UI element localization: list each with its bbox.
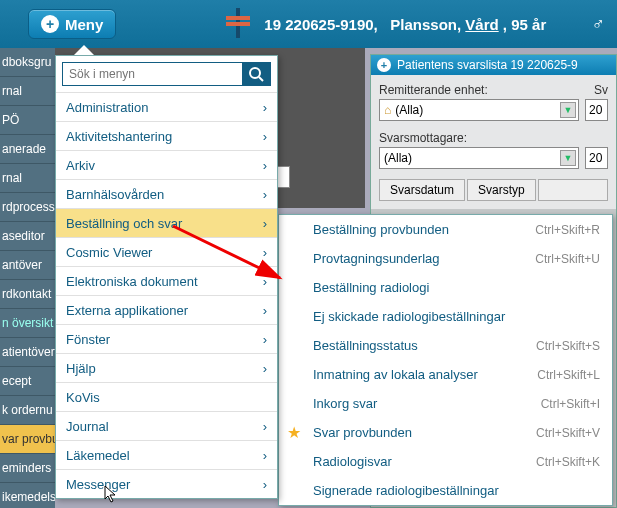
- search-button[interactable]: [242, 63, 270, 85]
- chevron-down-icon: ▼: [560, 150, 576, 166]
- chevron-right-icon: ›: [263, 448, 267, 463]
- submenu-item[interactable]: RadiologisvarCtrl+Skift+K: [279, 447, 612, 476]
- submenu-item-label: Inkorg svar: [313, 396, 377, 411]
- submenu-item[interactable]: Inmatning av lokala analyserCtrl+Skift+L: [279, 360, 612, 389]
- svg-point-3: [250, 68, 260, 78]
- leftnav-item[interactable]: rdkontakt: [0, 280, 55, 309]
- menu-item[interactable]: Läkemedel›: [56, 440, 277, 469]
- menu-search-input[interactable]: [63, 63, 242, 85]
- menu-item-label: Barnhälsovården: [66, 187, 164, 202]
- menu-item-label: Cosmic Viewer: [66, 245, 152, 260]
- leftnav-item[interactable]: aseditor: [0, 222, 55, 251]
- submenu-item-shortcut: Ctrl+Skift+V: [536, 426, 600, 440]
- leftnav-item[interactable]: k ordernu: [0, 396, 55, 425]
- leftnav-item[interactable]: anerade: [0, 135, 55, 164]
- menu-item[interactable]: KoVis: [56, 382, 277, 411]
- chevron-right-icon: ›: [263, 419, 267, 434]
- menu-item-label: Elektroniska dokument: [66, 274, 198, 289]
- submenu-item-label: Beställning radiologi: [313, 280, 429, 295]
- right-panel-body: Remitterande enhet: Sv ⌂ (Alla) ▼ 20 Sva…: [371, 75, 616, 209]
- menu-search[interactable]: [62, 62, 271, 86]
- chevron-right-icon: ›: [263, 216, 267, 231]
- patient-id: 19 220625-9190,: [264, 16, 377, 33]
- submenu-item-label: Svar provbunden: [313, 425, 412, 440]
- menu-item-label: Läkemedel: [66, 448, 130, 463]
- chevron-right-icon: ›: [263, 187, 267, 202]
- menu-item-label: Hjälp: [66, 361, 96, 376]
- menu-item[interactable]: Elektroniska dokument›: [56, 266, 277, 295]
- leftnav-item[interactable]: ecept: [0, 367, 55, 396]
- emblem-icon: [226, 8, 250, 41]
- chevron-right-icon: ›: [263, 361, 267, 376]
- submenu-item-shortcut: Ctrl+Skift+L: [537, 368, 600, 382]
- leftnav-item[interactable]: ikemedels: [0, 483, 55, 508]
- menu-item[interactable]: Fönster›: [56, 324, 277, 353]
- chevron-right-icon: ›: [263, 303, 267, 318]
- menu-item[interactable]: Externa applikationer›: [56, 295, 277, 324]
- menu-item[interactable]: Barnhälsovården›: [56, 179, 277, 208]
- leftnav-item[interactable]: rnal: [0, 77, 55, 106]
- chevron-right-icon: ›: [263, 129, 267, 144]
- menu-item[interactable]: Messenger›: [56, 469, 277, 498]
- submenu-item-label: Beställning provbunden: [313, 222, 449, 237]
- leftnav-item[interactable]: atientövers: [0, 338, 55, 367]
- tab-svarsdatum[interactable]: Svarsdatum: [379, 179, 465, 201]
- submenu-item-shortcut: Ctrl+Skift+K: [536, 455, 600, 469]
- chevron-right-icon: ›: [263, 158, 267, 173]
- remitting-unit-select[interactable]: ⌂ (Alla) ▼: [379, 99, 579, 121]
- recipient-select[interactable]: (Alla) ▼: [379, 147, 579, 169]
- tab-blank[interactable]: [538, 179, 608, 201]
- svg-rect-1: [226, 16, 250, 20]
- menu-item-label: Externa applikationer: [66, 303, 188, 318]
- menu-item-label: Arkiv: [66, 158, 95, 173]
- menu-item[interactable]: Journal›: [56, 411, 277, 440]
- submenu-item-label: Beställningsstatus: [313, 338, 418, 353]
- menu-item[interactable]: Beställning och svar›: [56, 208, 277, 237]
- house-icon: ⌂: [384, 103, 391, 117]
- menu-item[interactable]: Aktivitetshantering›: [56, 121, 277, 150]
- top-bar: + Meny 19 220625-9190, Plansson, Vård , …: [0, 0, 617, 48]
- leftnav-item[interactable]: rnal: [0, 164, 55, 193]
- year-input-1[interactable]: 20: [585, 99, 608, 121]
- chevron-down-icon: ▼: [560, 102, 576, 118]
- menu-item-label: Fönster: [66, 332, 110, 347]
- main-menu: Administration›Aktivitetshantering›Arkiv…: [55, 55, 278, 499]
- leftnav-item[interactable]: antöver: [0, 251, 55, 280]
- search-icon: [248, 66, 264, 82]
- leftnav-item[interactable]: var provbu: [0, 425, 55, 454]
- leftnav-item[interactable]: PÖ: [0, 106, 55, 135]
- menu-item[interactable]: Arkiv›: [56, 150, 277, 179]
- submenu-item[interactable]: Ej skickade radiologibeställningar: [279, 302, 612, 331]
- submenu-item-shortcut: Ctrl+Skift+S: [536, 339, 600, 353]
- submenu-item[interactable]: Beställning provbundenCtrl+Skift+R: [279, 215, 612, 244]
- patient-name: Plansson,: [390, 16, 461, 33]
- leftnav-item[interactable]: dboksgru: [0, 48, 55, 77]
- leftnav-item[interactable]: rdprocess: [0, 193, 55, 222]
- plus-icon: +: [377, 58, 391, 72]
- submenu-item[interactable]: ProvtagningsunderlagCtrl+Skift+U: [279, 244, 612, 273]
- left-nav: dboksgrurnalPÖaneradernalrdprocessasedit…: [0, 48, 55, 508]
- menu-item-label: Journal: [66, 419, 109, 434]
- submenu-item[interactable]: Inkorg svarCtrl+Skift+I: [279, 389, 612, 418]
- chevron-right-icon: ›: [263, 274, 267, 289]
- submenu-item-label: Inmatning av lokala analyser: [313, 367, 478, 382]
- submenu-item[interactable]: ★Svar provbundenCtrl+Skift+V: [279, 418, 612, 447]
- submenu-item[interactable]: Signerade radiologibeställningar: [279, 476, 612, 505]
- submenu-item[interactable]: BeställningsstatusCtrl+Skift+S: [279, 331, 612, 360]
- menu-item-label: KoVis: [66, 390, 100, 405]
- menu-item[interactable]: Administration›: [56, 92, 277, 121]
- tab-svarstyp[interactable]: Svarstyp: [467, 179, 536, 201]
- submenu-item[interactable]: Beställning radiologi: [279, 273, 612, 302]
- leftnav-item[interactable]: eminders: [0, 454, 55, 483]
- menu-item[interactable]: Cosmic Viewer›: [56, 237, 277, 266]
- remitting-unit-value: (Alla): [395, 103, 423, 117]
- right-panel-title-bar: + Patientens svarslista 19 220625-9: [371, 55, 616, 75]
- menu-item[interactable]: Hjälp›: [56, 353, 277, 382]
- menu-item-label: Administration: [66, 100, 148, 115]
- leftnav-item[interactable]: n översikt: [0, 309, 55, 338]
- chevron-right-icon: ›: [263, 332, 267, 347]
- svg-line-4: [259, 77, 263, 81]
- year-input-2[interactable]: 20: [585, 147, 608, 169]
- submenu: Beställning provbundenCtrl+Skift+RProvta…: [278, 214, 613, 506]
- menu-button[interactable]: + Meny: [28, 9, 116, 39]
